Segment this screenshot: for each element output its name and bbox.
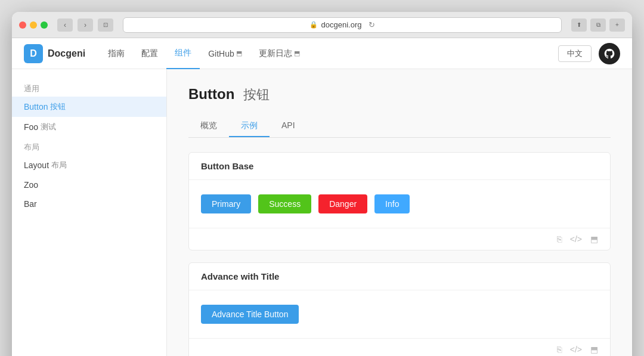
sidebar-item-layout[interactable]: Layout 布局 <box>12 155 166 175</box>
nav-item-guide-label: 指南 <box>108 48 125 59</box>
tab-api[interactable]: API <box>270 116 307 137</box>
nav-item-components-label: 组件 <box>175 48 191 58</box>
copy-icon-2[interactable]: ⎘ <box>557 345 562 354</box>
address-bar[interactable]: 🔒 docgeni.org ↻ <box>123 17 562 33</box>
demo-card-button-base: Button Base Primary Success Danger Info … <box>188 152 611 250</box>
code-icon-2[interactable]: </> <box>570 345 582 354</box>
demo-card-button-base-body: Primary Success Danger Info <box>189 180 610 228</box>
forward-button[interactable]: › <box>78 18 93 32</box>
title-bar-right: ⬆ ⧉ + <box>571 18 625 32</box>
advance-title-button[interactable]: Advance Title Button <box>201 305 299 324</box>
nav-item-github[interactable]: GitHub ⬒ <box>200 38 250 69</box>
nav-item-guide[interactable]: 指南 <box>100 38 133 69</box>
title-bar: ‹ › ⊡ 🔒 docgeni.org ↻ ⬆ ⧉ + <box>12 12 632 38</box>
logo[interactable]: D Docgeni <box>24 44 85 63</box>
duplicate-button[interactable]: ⧉ <box>590 18 606 32</box>
nav-item-changelog-label: 更新日志 <box>259 48 292 59</box>
share-button[interactable]: ⬆ <box>571 18 587 32</box>
sidebar-item-foo[interactable]: Foo 测试 <box>12 117 166 137</box>
code-icon[interactable]: </> <box>570 234 582 244</box>
demo-card-advance-title-header: Advance with Title <box>189 263 610 290</box>
github-icon <box>603 48 615 60</box>
info-button[interactable]: Info <box>374 194 410 213</box>
browser-window: ‹ › ⊡ 🔒 docgeni.org ↻ ⬆ ⧉ + D Docgeni 指南… <box>12 12 632 356</box>
minimize-button[interactable] <box>30 21 37 29</box>
traffic-lights <box>19 21 48 29</box>
sidebar-item-bar-label: Bar <box>24 199 37 209</box>
sidebar: 通用 Button 按钮 Foo 测试 布局 Layout 布局 Zoo Bar <box>12 69 167 356</box>
sidebar-item-button-label: Button <box>24 102 48 112</box>
nav-item-components[interactable]: 组件 <box>166 38 200 69</box>
demo-card-button-base-header: Button Base <box>189 153 610 180</box>
logo-icon: D <box>24 44 43 63</box>
address-text: docgeni.org <box>321 20 362 29</box>
add-tab-button[interactable]: + <box>609 18 625 32</box>
page-title-cn: 按钮 <box>243 87 270 102</box>
github-icon-button[interactable] <box>599 43 620 64</box>
nav-right: 中文 <box>558 43 620 64</box>
demo-card-advance-title: Advance with Title Advance Title Button … <box>188 262 611 356</box>
back-button[interactable]: ‹ <box>57 18 73 32</box>
sidebar-item-layout-cn: 布局 <box>51 160 67 171</box>
demo-card-advance-title-body: Advance Title Button <box>189 290 610 338</box>
demo-card-button-base-footer: ⎘ </> ⬒ <box>189 228 610 250</box>
tab-overview[interactable]: 概览 <box>188 116 229 137</box>
nav-item-github-label: GitHub <box>208 49 234 58</box>
sidebar-item-bar[interactable]: Bar <box>12 194 166 213</box>
primary-button[interactable]: Primary <box>201 194 251 213</box>
external-link-icon: ⬒ <box>236 49 242 57</box>
content-tabs: 概览 示例 API <box>188 116 611 138</box>
sidebar-item-zoo[interactable]: Zoo <box>12 175 166 194</box>
language-button[interactable]: 中文 <box>558 45 592 62</box>
sidebar-item-layout-label: Layout <box>24 160 49 170</box>
nav-item-changelog[interactable]: 更新日志 ⬒ <box>250 38 308 69</box>
sidebar-item-foo-cn: 测试 <box>41 122 56 132</box>
copy-icon[interactable]: ⎘ <box>557 234 562 244</box>
content-area: Button 按钮 概览 示例 API Button Base Primary … <box>167 69 632 356</box>
page-title: Button 按钮 <box>188 86 611 104</box>
sidebar-section-layout: 布局 <box>12 137 166 155</box>
nav-bar: D Docgeni 指南 配置 组件 GitHub ⬒ 更新日志 ⬒ 中文 <box>12 38 632 69</box>
external-icon-2[interactable]: ⬒ <box>590 345 598 354</box>
tab-examples[interactable]: 示例 <box>229 116 270 137</box>
sidebar-item-zoo-label: Zoo <box>24 180 38 190</box>
refresh-icon[interactable]: ↻ <box>369 20 375 29</box>
sidebar-section-general: 通用 <box>12 79 166 97</box>
main-layout: 通用 Button 按钮 Foo 测试 布局 Layout 布局 Zoo Bar <box>12 69 632 356</box>
sidebar-item-foo-label: Foo <box>24 122 38 132</box>
sidebar-item-button[interactable]: Button 按钮 <box>12 97 166 117</box>
external-link-icon-2: ⬒ <box>294 49 300 57</box>
logo-text: Docgeni <box>48 48 85 59</box>
danger-button[interactable]: Danger <box>318 194 367 213</box>
tab-button[interactable]: ⊡ <box>98 18 113 32</box>
close-button[interactable] <box>19 21 26 29</box>
success-button[interactable]: Success <box>258 194 311 213</box>
sidebar-item-button-cn: 按钮 <box>50 101 66 112</box>
external-icon[interactable]: ⬒ <box>590 234 598 244</box>
nav-item-config-label: 配置 <box>141 48 158 59</box>
page-title-en: Button <box>188 86 234 102</box>
nav-item-config[interactable]: 配置 <box>133 38 166 69</box>
demo-card-advance-title-footer: ⎘ </> ⬒ <box>189 338 610 356</box>
lock-icon: 🔒 <box>309 21 318 29</box>
maximize-button[interactable] <box>41 21 48 29</box>
